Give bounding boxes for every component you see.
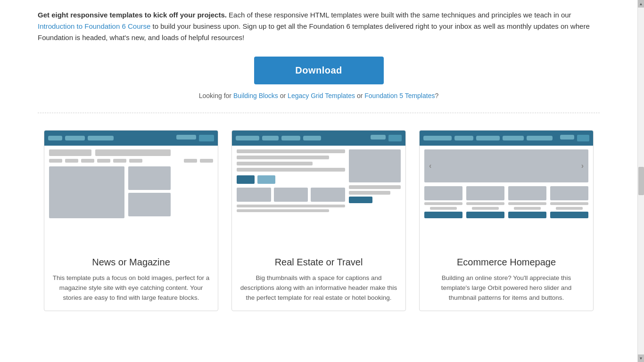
ec-prod-btn3 (508, 212, 546, 218)
ec-hero-slider: ‹ › (424, 149, 588, 182)
ec-product-1 (424, 186, 462, 218)
ec-product-2 (466, 186, 504, 218)
card-title-real: Real Estate or Travel (239, 257, 398, 268)
scrollbar-thumb[interactable] (638, 167, 644, 195)
card-ecommerce: ‹ › (419, 130, 594, 311)
scrollbar-arrow-up[interactable]: ▲ (638, 0, 644, 8)
ec-prod-btn2 (466, 212, 504, 218)
looking-for-prefix: Looking for (199, 92, 233, 99)
looking-for-text: Looking for Building Blocks or Legacy Gr… (199, 92, 439, 99)
ec-pill5 (527, 136, 553, 140)
cards-grid: News or Magazine This template puts a fo… (38, 130, 600, 311)
ec-arrow-left: ‹ (429, 162, 431, 170)
card-content-real: Real Estate or Travel Big thumbnails wit… (232, 248, 405, 311)
news-img-large (49, 166, 124, 218)
mockup-header-ecom (420, 131, 593, 146)
download-section: Download Looking for Building Blocks or … (38, 57, 600, 99)
nav-pill-right2 (200, 159, 213, 163)
re-pill1 (236, 136, 259, 140)
news-row-title (49, 149, 213, 156)
re-light-btn (257, 175, 275, 184)
nav-pill-5 (113, 159, 126, 163)
foundation5-link[interactable]: Foundation 5 Templates (364, 92, 435, 99)
ec-prod-line1b (430, 207, 457, 210)
re-dark-btn (237, 175, 255, 184)
ec-pill1 (423, 136, 452, 140)
page-wrapper: Get eight responsive templates to kick o… (0, 0, 644, 339)
news-img-column (128, 166, 171, 218)
re-grid3 (311, 188, 345, 202)
header-pill-3 (88, 136, 114, 140)
scrollbar[interactable]: ▲ ▼ (637, 0, 644, 339)
re-pill4 (303, 136, 321, 140)
header-btn-news (199, 135, 214, 141)
ec-product-3 (508, 186, 546, 218)
ec-pill3 (476, 136, 500, 140)
looking-for-suffix: ? (435, 92, 438, 99)
nav-pill-4 (97, 159, 110, 163)
card-content-ecom: Ecommerce Homepage Building an online st… (420, 248, 593, 311)
re-sm-line2 (349, 191, 390, 195)
nav-pill-3 (81, 159, 94, 163)
ec-btn (577, 135, 589, 141)
re-thumb (349, 149, 401, 182)
re-grid2 (274, 188, 308, 202)
ec-prod-line3a (508, 202, 546, 205)
building-blocks-link[interactable]: Building Blocks (233, 92, 278, 99)
mockup-header-news (44, 131, 218, 146)
news-images (49, 166, 213, 218)
legacy-grid-link[interactable]: Legacy Grid Templates (288, 92, 355, 99)
re-grid (237, 188, 345, 202)
ec-pill-right (560, 135, 574, 140)
re-line4 (237, 168, 345, 172)
card-preview-news (44, 131, 218, 248)
news-title-block2 (95, 149, 171, 156)
re-pill2 (262, 136, 279, 140)
re-grid1 (237, 188, 271, 202)
re-footer-lines (237, 205, 345, 212)
re-line3 (237, 162, 313, 165)
content-area: Get eight responsive templates to kick o… (0, 0, 637, 339)
header-pill-right1 (176, 135, 196, 140)
ec-prod-img3 (508, 186, 546, 200)
news-nav (49, 159, 213, 163)
news-img-small2 (128, 193, 171, 216)
mockup-body-news (44, 146, 218, 222)
card-news-magazine: News or Magazine This template puts a fo… (44, 130, 218, 311)
ec-prod-btn4 (550, 212, 588, 218)
nav-pill-1 (49, 159, 62, 163)
card-content-news: News or Magazine This template puts a fo… (44, 248, 218, 311)
ec-prod-img2 (466, 186, 504, 200)
ec-products-grid (420, 186, 593, 218)
news-title-block (49, 149, 91, 156)
re-line2 (237, 156, 329, 159)
card-desc-real: Big thumbnails with a space for captions… (239, 273, 398, 303)
re-line1 (237, 149, 345, 153)
ec-product-4 (550, 186, 588, 218)
card-desc-news: This template puts a focus on bold image… (52, 273, 210, 303)
re-small-btn (349, 197, 372, 203)
header-pill-2 (65, 136, 85, 140)
re-body (232, 146, 405, 218)
download-button[interactable]: Download (254, 57, 384, 84)
news-img-small1 (128, 166, 171, 190)
card-real-estate: Real Estate or Travel Big thumbnails wit… (231, 130, 406, 311)
looking-for-or1: or (278, 92, 288, 99)
ec-prod-line1a (424, 202, 462, 205)
foundation-course-link[interactable]: Introduction to Foundation 6 Course (38, 22, 150, 30)
re-right-col (349, 149, 401, 214)
ec-prod-btn1 (424, 212, 462, 218)
card-preview-real (232, 131, 405, 248)
intro-bold: Get eight responsive templates to kick o… (38, 11, 227, 19)
ec-prod-line2a (466, 202, 504, 205)
re-left-col (237, 149, 345, 214)
ec-prod-img1 (424, 186, 462, 200)
ec-prod-line4b (556, 207, 583, 210)
nav-pill-6 (129, 159, 142, 163)
ec-prod-line3b (514, 207, 541, 210)
intro-paragraph: Get eight responsive templates to kick o… (38, 9, 600, 43)
header-pill-1 (48, 136, 62, 140)
re-footer1 (237, 205, 345, 207)
nav-pill-right (184, 159, 197, 163)
ec-pill4 (503, 136, 524, 140)
